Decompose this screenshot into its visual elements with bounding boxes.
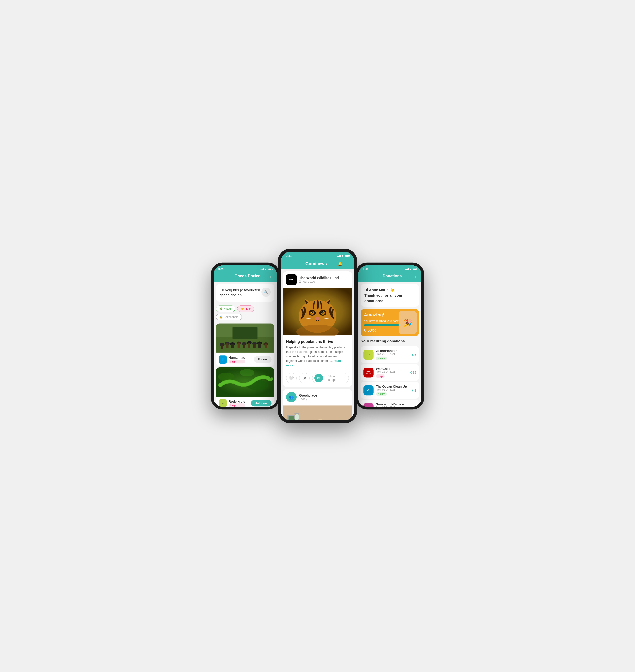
post-title-wwf: Helping populations thrive [286, 339, 349, 344]
center-screen: 9:41 ▾ Goodnews [281, 252, 354, 420]
follow-button-humanitas[interactable]: Follow [254, 356, 271, 363]
org-info-humanitas: 🌐 Humanitas Hulp Follow [216, 353, 275, 366]
donation-item-heart[interactable]: ♥ Save a child's heart From 25-04-2021 H… [361, 400, 419, 407]
avatar-goodplace: 👥 [286, 392, 297, 402]
donation-item-ocean[interactable]: 🌊 The Ocean Clean Up From 01-04-2021 Nat… [361, 382, 419, 399]
org-image-rode-kruis [216, 367, 275, 397]
hospital-svg [283, 404, 352, 420]
donation-tag-ocean: Nature [376, 392, 387, 396]
org-name-humanitas: Humanitas [229, 356, 245, 359]
notification-bell-icon[interactable]: 🔔 [337, 261, 343, 266]
snake-svg [216, 367, 275, 397]
post-header-wwf: WWF The World Wildlife Fund 2 hours ago [283, 272, 352, 287]
tiger-svg [283, 287, 352, 336]
post-header-goodplace: 👥 Goodplace Today [283, 389, 352, 404]
center-content: WWF The World Wildlife Fund 2 hours ago [281, 270, 354, 420]
time-center: 9:41 [286, 254, 292, 257]
signal-icon-left [261, 268, 264, 270]
donation-logo-heart: ♥ [364, 403, 373, 407]
svg-rect-14 [248, 343, 250, 348]
post-time-wwf: 2 hours ago [299, 280, 339, 284]
signal-icon-center [337, 255, 341, 257]
donation-item-24planet[interactable]: 24 24ThePlanet.nl From 25-04-2021 Nature… [361, 346, 419, 363]
greeting-line2: Thank you for all your donations! [365, 293, 415, 303]
goal-card: Amazing! You have reached your goal! € 5… [361, 309, 419, 336]
donation-name-warchild: War Child [376, 367, 408, 371]
donation-logo-24planet: 24 [364, 350, 373, 360]
org-image-humanitas [216, 323, 275, 353]
time-right: 9:41 [363, 268, 368, 271]
welcome-text: Hi! Volg hier je favorieten goede doelen [220, 288, 261, 298]
right-content: Hi Anne Marie 👋 Thank you for all your d… [358, 282, 421, 407]
donation-logo-warchild: WARchild [364, 368, 373, 377]
top-bar-right: Donations ⋮ [358, 272, 421, 282]
post-meta-goodplace: Goodplace Today [299, 393, 317, 401]
signal-icon-right [405, 268, 409, 270]
svg-rect-4 [221, 344, 223, 349]
category-gezondheid[interactable]: 🔒 Gezondheid [216, 314, 242, 320]
app-title-center: Goodnews [295, 261, 337, 266]
org-name-rode-kruis: Rode kruis [229, 400, 245, 403]
classroom-svg [216, 323, 275, 353]
category-hulp[interactable]: 🤝 Hulp [237, 306, 254, 312]
avatar-wwf: WWF [286, 274, 297, 285]
org-name-tag-humanitas: Humanitas Hulp [229, 356, 245, 363]
org-logo-rode-kruis: 24 [219, 399, 227, 407]
donation-details-warchild: War Child From 12-04-2021 Hulp [376, 367, 408, 378]
donate-slide-wwf[interactable]: €2 › Slide to support [312, 373, 349, 383]
donation-details-ocean: The Ocean Clean Up From 01-04-2021 Natur… [376, 385, 410, 396]
gezondheid-icon: 🔒 [219, 315, 223, 319]
svg-point-43 [311, 312, 312, 313]
svg-point-26 [270, 377, 271, 378]
svg-rect-6 [226, 343, 229, 348]
menu-dots-left[interactable]: ⋮ [269, 274, 273, 279]
svg-point-69 [294, 414, 299, 420]
natuur-label: Natuur [224, 307, 232, 311]
post-meta-wwf: The World Wildlife Fund 2 hours ago [299, 276, 339, 284]
app-title-left: Goede Doelen [226, 274, 269, 279]
top-bar-left: Goede Doelen ⋮ [214, 272, 277, 282]
like-button-wwf[interactable]: 🤍 [286, 373, 297, 383]
status-bar-left: 9:41 ▾ [214, 265, 277, 272]
org-logo-name-rode-kruis: 24 Rode kruis Hulp [219, 399, 245, 407]
org-name-tag-rode-kruis: Rode kruis Hulp [229, 400, 245, 407]
greeting-section: Hi Anne Marie 👋 Thank you for all your d… [361, 284, 419, 307]
post-card-wwf: WWF The World Wildlife Fund 2 hours ago [283, 272, 352, 387]
status-icons-center: ▾ [337, 254, 349, 257]
right-screen: 9:41 ▾ Donations [358, 265, 421, 407]
donation-details-24planet: 24ThePlanet.nl From 25-04-2021 Nature [376, 349, 410, 360]
menu-dots-right[interactable]: ⋮ [413, 274, 417, 279]
org-info-rode-kruis: 24 Rode kruis Hulp Unfollow [216, 397, 275, 407]
org-card-humanitas: 🌐 Humanitas Hulp Follow [216, 323, 275, 366]
right-phone: 9:41 ▾ Donations [356, 262, 424, 410]
donation-details-heart: Save a child's heart From 25-04-2021 Hea… [376, 402, 410, 407]
svg-rect-2 [233, 327, 258, 339]
post-card-goodplace: 👥 Goodplace Today [283, 389, 352, 420]
svg-point-27 [271, 377, 271, 378]
read-more-wwf[interactable]: Read more [286, 359, 341, 367]
left-phone: 9:41 ▾ Goede Doelen [211, 262, 279, 410]
svg-rect-20 [265, 344, 267, 349]
donation-amount-heart: € 5 [412, 406, 416, 407]
donation-date-24planet: From 25-04-2021 [376, 353, 410, 355]
post-content-wwf: Helping populations thrive It speaks to … [283, 336, 352, 371]
share-button-wwf[interactable]: ↗ [299, 373, 310, 383]
menu-dots-center[interactable]: ⋮ [346, 261, 350, 267]
status-icons-right: ▾ [405, 268, 417, 271]
donation-date-warchild: From 12-04-2021 [376, 371, 408, 373]
donate-amount-wwf: €2 [314, 374, 323, 382]
svg-rect-16 [253, 344, 256, 348]
unfollow-button-rode-kruis[interactable]: Unfollow [251, 400, 272, 407]
donation-name-24planet: 24ThePlanet.nl [376, 349, 410, 353]
org-logo-name-humanitas: 🌐 Humanitas Hulp [219, 355, 245, 363]
donation-item-warchild[interactable]: WARchild War Child From 12-04-2021 Hulp … [361, 364, 419, 381]
svg-point-25 [267, 377, 273, 381]
slide-text-wwf: Slide to support [328, 375, 347, 382]
status-icons-left: ▾ [261, 268, 272, 271]
svg-rect-8 [232, 344, 234, 349]
post-actions-wwf: 🤍 ↗ €2 › Slide to support [283, 371, 352, 387]
category-natuur[interactable]: 🌿 Natuur [216, 306, 235, 312]
donation-amount-warchild: € 15 [410, 371, 416, 374]
donation-date-heart: From 25-04-2021 [376, 406, 410, 407]
search-button[interactable]: 🔍 [262, 288, 271, 297]
